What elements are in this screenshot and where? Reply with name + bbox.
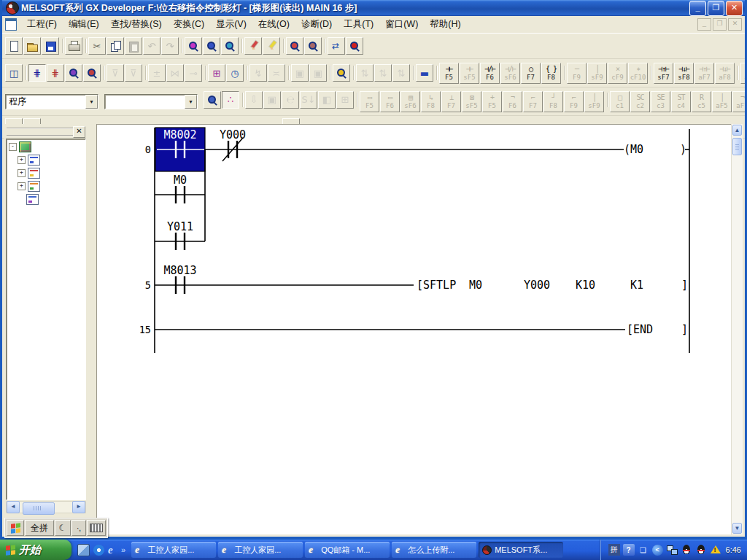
delete-vline-key[interactable]: ∗cF10 (628, 63, 648, 84)
instruction-arg[interactable]: Y000 (524, 279, 550, 292)
quick-launch-chevron-icon[interactable]: » (121, 545, 125, 554)
collapse-icon[interactable]: - (9, 143, 17, 151)
monitor-window-button[interactable]: ▬ (416, 64, 433, 82)
program-check-button[interactable]: ⊞ (208, 64, 225, 82)
media-player-icon[interactable] (93, 545, 104, 556)
rising-branch-key[interactable]: ⊣↑⊢aF7 (694, 63, 714, 84)
step-sort-button[interactable]: S↓ (300, 91, 317, 109)
ime-punct-icon[interactable]: ·, (71, 520, 86, 536)
transfer-setup-button[interactable] (328, 37, 345, 55)
instruction-name[interactable]: [END (627, 323, 653, 336)
instruction-arg[interactable]: K10 (576, 279, 595, 292)
vertical-line-key[interactable]: │sF9 (587, 63, 607, 84)
find-button[interactable] (185, 37, 202, 55)
save-button[interactable] (42, 37, 59, 55)
instruction-arg[interactable]: K1 (630, 279, 643, 292)
data-tree-button[interactable]: ∴ (222, 91, 239, 109)
open-branch-key[interactable]: ⊣⊢sF5 (460, 63, 479, 84)
expand-icon[interactable]: + (18, 182, 26, 190)
qq-messenger-icon[interactable] (695, 544, 707, 556)
statement-edit-button[interactable] (263, 37, 280, 55)
insert-row-button[interactable]: ± (148, 64, 166, 82)
clock-setting-button[interactable]: ◷ (226, 64, 244, 82)
delete-row-button[interactable]: ⋈ (166, 64, 184, 82)
language-collapse-icon[interactable]: < (652, 545, 663, 556)
device-batch-button[interactable]: ⇅ (356, 64, 374, 82)
application-instruction-key[interactable]: { }F8 (541, 63, 561, 84)
child-window-icon[interactable] (5, 18, 17, 31)
ime-windows-icon[interactable] (7, 520, 24, 536)
redo-button[interactable]: ↷ (161, 37, 179, 55)
menu-7[interactable]: 诊断(D) (295, 16, 338, 33)
sfc-r-key[interactable]: Rc5 (692, 91, 711, 112)
coil-key[interactable]: ◯F7 (521, 63, 541, 84)
close-branch-key[interactable]: ⊣/⊢sF6 (500, 63, 520, 84)
error-step-button[interactable]: ℮ (282, 91, 299, 109)
taskbar-button-2[interactable]: e工控人家园... (218, 542, 303, 558)
scroll-up-icon[interactable]: ▲ (732, 125, 742, 136)
title-bar[interactable]: MELSOFT系列 GX Developer F:\位右移指令控制彩灯 - [梯… (2, 0, 745, 16)
qq-messenger-icon[interactable] (681, 544, 692, 556)
device-regist-button[interactable]: ⇅ (374, 64, 392, 82)
device-find-button[interactable] (203, 37, 220, 55)
sfc-jump-key[interactable]: ↳F8 (421, 91, 441, 112)
coil-label[interactable]: (M0 (624, 143, 643, 156)
sfc-block-key[interactable]: ▤sF6 (400, 91, 420, 112)
sfc-end-key[interactable]: ⊥F7 (441, 91, 461, 112)
dock-grip[interactable] (7, 128, 73, 136)
pinyin-ime-icon[interactable]: 拼 (608, 544, 620, 556)
sfc-avline-key[interactable]: │aF5 (712, 91, 732, 112)
sfc-transition-key[interactable]: +F5 (482, 91, 502, 112)
plc-verify-button[interactable]: ⊽ (125, 64, 142, 82)
ime-softkeyboard-icon[interactable] (87, 520, 106, 536)
circuit-find-write-button[interactable] (83, 64, 101, 82)
menu-3[interactable]: 查找/替换(S) (105, 16, 168, 33)
copy-button[interactable] (107, 37, 124, 55)
remote-operation-button[interactable] (346, 37, 363, 55)
show-desktop-icon[interactable] (77, 544, 90, 556)
restore-button[interactable]: ❐ (708, 1, 724, 16)
start-button[interactable]: 开始 (0, 540, 71, 560)
menu-9[interactable]: 窗口(W) (379, 16, 424, 33)
step-transition-button[interactable]: ⇩ (245, 91, 263, 109)
sfc-se-key[interactable]: SEc3 (651, 91, 670, 112)
hscroll-thumb[interactable] (23, 502, 55, 515)
expand-icon[interactable]: + (18, 169, 26, 177)
ladder-mode-button[interactable]: ⋕ (28, 64, 46, 82)
menu-10[interactable]: 帮助(H) (424, 16, 466, 33)
delete-hline-key[interactable]: ×cF9 (608, 63, 627, 84)
sfc-par-conv-key[interactable]: ⌐F9 (564, 91, 584, 112)
sfc-st-key[interactable]: STc4 (671, 91, 691, 112)
block-convert-button[interactable]: ▣ (263, 91, 281, 109)
instruction-name[interactable]: [SFTLP (417, 279, 456, 292)
print-button[interactable] (65, 37, 82, 55)
close-button[interactable]: ✕ (726, 1, 743, 16)
sfc-c1-key[interactable]: □c1 (610, 91, 630, 112)
child-minimize-button[interactable]: _ (697, 18, 711, 31)
menu-6[interactable]: 在线(O) (252, 16, 295, 33)
scroll-right-icon[interactable]: ► (72, 501, 85, 513)
tree-root-project[interactable]: - (7, 141, 85, 152)
child-close-button[interactable]: ✕ (728, 18, 742, 31)
internet-explorer-icon[interactable]: e (108, 545, 119, 556)
sfc-reset-key[interactable]: ⊠sF5 (462, 91, 481, 112)
open-button[interactable] (23, 37, 41, 55)
help-tray-icon[interactable]: ? (623, 544, 635, 556)
menu-5[interactable]: 显示(V) (210, 16, 252, 33)
comment-display-button[interactable] (204, 91, 221, 109)
window-cascade-button[interactable]: ▣ (291, 64, 309, 82)
scroll-left-icon[interactable]: ◄ (7, 501, 20, 513)
chevron-down-icon[interactable]: ▼ (85, 95, 98, 109)
menu-4[interactable]: 变换(C) (168, 16, 210, 33)
ime-mode-button[interactable]: 全拼 (25, 520, 54, 536)
sfc-sel-div-key[interactable]: ¬F6 (503, 91, 522, 112)
sfc-sel-conv-key[interactable]: ⌐F7 (523, 91, 543, 112)
menu-8[interactable]: 工具(T) (338, 16, 379, 33)
instruction-close[interactable]: ] (681, 323, 688, 336)
network-icon[interactable] (666, 544, 678, 556)
ladder-edit-mode-button[interactable]: ⋕ (47, 64, 64, 82)
horizontal-line-key[interactable]: ─F9 (567, 63, 587, 84)
monitor-zoom-stop-button[interactable] (304, 37, 322, 55)
expand-icon[interactable]: + (18, 156, 26, 164)
instruction-arg[interactable]: M0 (469, 279, 482, 292)
